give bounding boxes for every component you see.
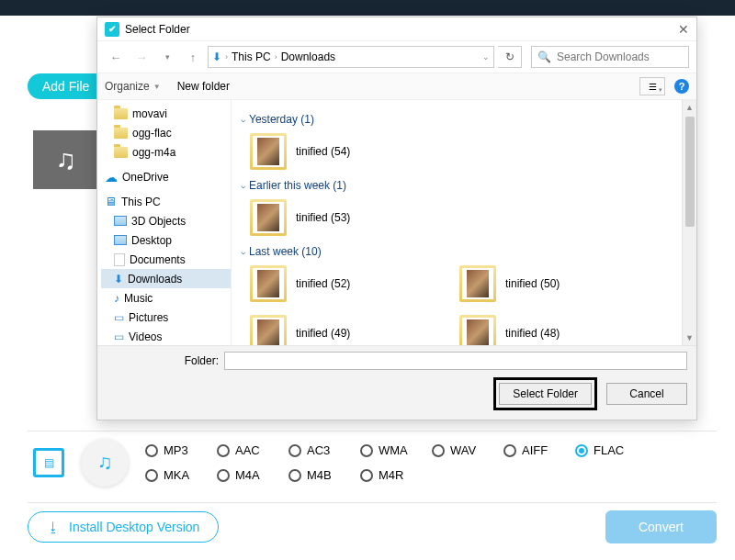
divider [28,502,717,503]
tree-item-downloads[interactable]: ⬇Downloads [101,269,231,288]
download-icon: ⬇ [114,273,123,286]
format-label: AIFF [522,443,548,457]
folder-icon [114,128,128,139]
format-option-aac[interactable]: AAC [217,443,281,457]
format-option-m4r[interactable]: M4R [360,468,424,482]
video-format-icon[interactable]: ▤ [33,448,64,477]
folder-icon [114,147,128,158]
scroll-up-icon[interactable]: ▲ [683,100,696,115]
format-option-wma[interactable]: WMA [360,443,424,457]
format-label: WMA [379,443,408,457]
folder-name: tinified (50) [505,277,560,290]
format-option-mka[interactable]: MKA [145,468,209,482]
format-option-wav[interactable]: WAV [432,443,496,457]
folder-thumbnail-icon [250,133,287,170]
tree-label: Documents [130,253,186,266]
organize-label: Organize [105,80,150,93]
tree-label: This PC [121,196,161,208]
music-note-icon: ♫ [56,144,77,175]
folder-item[interactable]: tinified (53) [250,197,434,238]
folder-tree[interactable]: movaviogg-flacogg-m4a☁OneDrive🖥This PC3D… [97,100,232,345]
tree-item-videos[interactable]: ▭Videos [101,327,231,345]
close-icon[interactable]: ✕ [678,22,689,37]
tree-label: 3D Objects [131,215,186,228]
file-group-header[interactable]: ⌵Yesterday (1) [241,113,673,126]
cube-icon [114,216,127,226]
scrollbar-vertical[interactable]: ▲ ▼ [682,100,696,345]
view-options-button[interactable]: ☰ [639,77,665,95]
file-list-pane[interactable]: ⌵Yesterday (1)tinified (54)⌵Earlier this… [232,100,682,345]
breadcrumb-this-pc[interactable]: This PC [232,50,271,63]
search-input[interactable]: 🔍 Search Downloads [531,46,689,68]
file-group-header[interactable]: ⌵Last week (10) [241,245,673,258]
format-option-ac3[interactable]: AC3 [288,443,353,457]
video-icon: ▭ [114,330,124,343]
music-placeholder-card: ♫ [33,130,99,189]
tree-item-desktop[interactable]: Desktop [101,230,231,250]
folder-name: tinified (53) [296,211,350,224]
music-icon: ♪ [114,292,119,305]
scroll-down-icon[interactable]: ▼ [683,330,696,345]
onedrive-icon: ☁ [105,170,118,185]
select-folder-dialog: ✔ Select Folder ✕ ← → ▾ ↑ ⬇ › This PC › … [96,17,697,420]
chevron-down-icon: ⌵ [241,181,245,190]
divider [28,431,717,431]
radio-icon [145,444,158,457]
tree-folder[interactable]: ogg-m4a [101,142,231,162]
tree-label: ogg-m4a [132,146,175,159]
nav-up-button[interactable]: ↑ [182,46,204,68]
folder-thumbnail-icon [250,265,287,302]
tree-folder[interactable]: ogg-flac [101,123,231,142]
install-desktop-button[interactable]: ⭳ Install Desktop Version [28,511,219,543]
folder-name: tinified (54) [296,145,350,158]
tree-onedrive[interactable]: ☁OneDrive [101,167,231,186]
format-option-flac[interactable]: FLAC [575,443,639,457]
help-icon[interactable]: ? [674,79,689,94]
refresh-button[interactable]: ↻ [498,46,522,68]
tree-label: Desktop [131,234,172,247]
audio-format-icon[interactable]: ♫ [81,439,129,487]
format-option-mp3[interactable]: MP3 [145,443,209,457]
tree-this-pc[interactable]: 🖥This PC [101,192,231,211]
format-label: M4R [379,468,403,482]
chevron-down-icon[interactable]: ▾ [156,46,178,68]
tree-folder[interactable]: movavi [101,104,231,123]
app-logo-icon: ✔ [105,22,119,37]
format-option-m4b[interactable]: M4B [288,468,353,482]
format-option-aiff[interactable]: AIFF [503,443,568,457]
breadcrumb[interactable]: ⬇ › This PC › Downloads ⌄ [208,46,494,68]
folder-item[interactable]: tinified (52) [250,263,434,304]
breadcrumb-downloads[interactable]: Downloads [281,50,335,63]
file-group-header[interactable]: ⌵Earlier this week (1) [241,179,673,192]
tree-item-music[interactable]: ♪Music [101,288,231,308]
folder-item[interactable]: tinified (50) [459,263,643,304]
new-folder-button[interactable]: New folder [177,80,230,93]
radio-icon [288,469,301,482]
folder-icon [114,108,128,119]
radio-icon [217,444,230,457]
dialog-title: Select Folder [125,23,190,36]
format-option-m4a[interactable]: M4A [217,468,281,482]
scrollbar-thumb[interactable] [685,117,695,227]
search-icon: 🔍 [537,50,551,63]
chevron-down-icon[interactable]: ⌄ [482,52,490,62]
radio-icon [360,444,373,457]
picture-icon: ▭ [114,311,124,324]
folder-item[interactable]: tinified (49) [250,313,434,345]
tree-item-pictures[interactable]: ▭Pictures [101,308,231,327]
folder-item[interactable]: tinified (54) [250,131,434,172]
nav-back-button[interactable]: ← [105,46,127,68]
cancel-button[interactable]: Cancel [606,383,687,405]
chevron-right-icon: › [225,52,228,62]
tree-item-3d-objects[interactable]: 3D Objects [101,211,231,230]
folder-name: tinified (49) [296,327,350,340]
tree-item-documents[interactable]: Documents [101,250,231,269]
chevron-down-icon: ▼ [153,83,161,91]
convert-button[interactable]: Convert [605,510,717,543]
organize-menu[interactable]: Organize ▼ [105,80,161,93]
chevron-down-icon: ⌵ [241,115,245,124]
folder-name-input[interactable] [224,352,687,370]
nav-forward-button[interactable]: → [130,46,153,68]
select-folder-button[interactable]: Select Folder [499,383,592,405]
folder-item[interactable]: tinified (48) [459,313,643,345]
